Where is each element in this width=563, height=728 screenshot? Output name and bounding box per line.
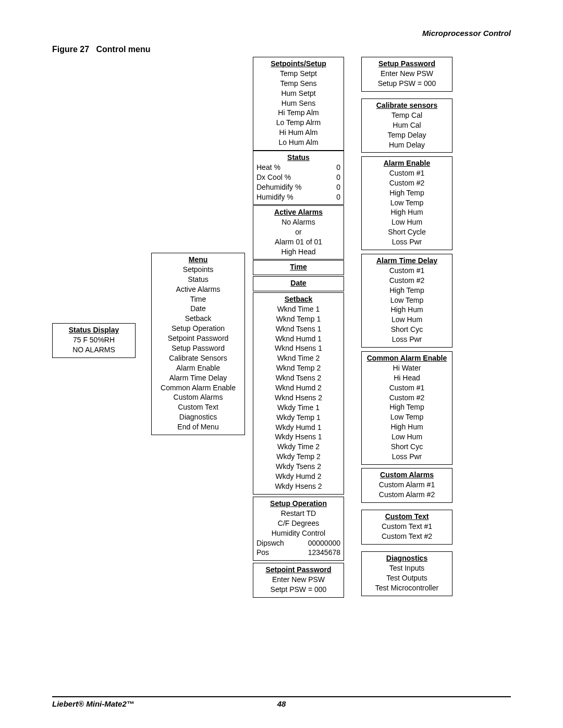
- status-row: Humidify %0: [256, 192, 340, 202]
- status-label: Humidify %: [256, 192, 293, 202]
- list-item: Wkdy Temp 2: [256, 452, 340, 462]
- menu-item: Active Alarms: [155, 285, 241, 294]
- status-display-title: Status Display: [56, 325, 132, 335]
- list-item: Custom #2: [365, 276, 449, 286]
- list-item: Test Outputs: [365, 573, 449, 583]
- list-item: Wkdy Temp 1: [256, 413, 340, 423]
- menu-item: Diagnostics: [155, 412, 241, 422]
- status-row: Dx Cool %0: [256, 172, 340, 182]
- list-item: Wkdy Hsens 2: [256, 482, 340, 491]
- list-item: Wknd Humd 1: [256, 334, 340, 344]
- status-display-line: 75 F 50%RH: [56, 335, 132, 345]
- setpoints-setup-box: Setpoints/Setup Temp Setpt Temp Sens Hum…: [253, 57, 344, 151]
- status-label: Dx Cool %: [256, 172, 291, 182]
- setup-operation-box: Setup Operation Restart TD C/F Degrees H…: [253, 497, 344, 561]
- setback-box: Setback Wknd Time 1 Wknd Temp 1 Wknd Tse…: [253, 292, 344, 495]
- list-item: High Temp: [365, 402, 449, 412]
- box-title: Status: [256, 153, 340, 163]
- list-item: Wkdy Hsens 1: [256, 432, 340, 442]
- custom-alarms-box: Custom Alarms Custom Alarm #1 Custom Ala…: [361, 468, 452, 503]
- box-title: Common Alarm Enable: [365, 353, 449, 363]
- status-row: Heat %0: [256, 163, 340, 172]
- menu-item: Date: [155, 304, 241, 314]
- list-item: Custom Alarm #1: [365, 480, 449, 490]
- list-item: Short Cycle: [365, 227, 449, 237]
- menu-item: Common Alarm Enable: [155, 383, 241, 393]
- list-item: Wkdy Tsens 2: [256, 462, 340, 472]
- list-item: High Head: [256, 247, 340, 257]
- list-item: Test Inputs: [365, 563, 449, 573]
- menu-item: Setup Operation: [155, 324, 241, 334]
- list-item: Loss Pwr: [365, 452, 449, 462]
- list-item: Low Temp: [365, 295, 449, 305]
- list-item: Custom Alarm #2: [365, 490, 449, 500]
- menu-item: Alarm Enable: [155, 363, 241, 373]
- list-item: Custom #2: [365, 178, 449, 188]
- list-item: Temp Setpt: [256, 69, 340, 79]
- row-value: 12345678: [308, 548, 340, 558]
- list-item: Wknd Humd 2: [256, 383, 340, 393]
- page: Microprocessor Control Figure 27 Control…: [0, 0, 563, 728]
- list-item: Wknd Hsens 2: [256, 393, 340, 403]
- box-title: Alarm Time Delay: [365, 256, 449, 266]
- setpoint-password-box: Setpoint Password Enter New PSW Setpt PS…: [253, 563, 344, 598]
- list-item: Low Hum: [365, 217, 449, 227]
- list-item: Wkdy Humd 2: [256, 472, 340, 482]
- menu-item: Alarm Time Delay: [155, 373, 241, 383]
- menu-item: Time: [155, 294, 241, 304]
- list-item: No Alarms: [256, 217, 340, 227]
- figure-title: Figure 27 Control menu: [52, 45, 150, 54]
- diagnostics-box: Diagnostics Test Inputs Test Outputs Tes…: [361, 551, 452, 596]
- status-label: Heat %: [256, 163, 280, 172]
- status-value: 0: [336, 182, 340, 192]
- status-label: Dehumidify %: [256, 182, 301, 192]
- setup-password-box: Setup Password Enter New PSW Setup PSW =…: [361, 57, 452, 92]
- list-item: Wkdy Humd 1: [256, 423, 340, 433]
- box-title: Date: [256, 278, 340, 288]
- menu-item: End of Menu: [155, 422, 241, 432]
- list-item: Hi Head: [365, 373, 449, 383]
- box-title: Custom Alarms: [365, 470, 449, 480]
- status-value: 0: [336, 172, 340, 182]
- list-item: Test Microcontroller: [365, 583, 449, 593]
- list-item: Custom #1: [365, 383, 449, 393]
- menu-item: Calibrate Sensors: [155, 353, 241, 363]
- list-item: Hum Delay: [365, 140, 449, 150]
- list-item: Loss Pwr: [365, 237, 449, 247]
- list-item: Temp Sens: [256, 79, 340, 89]
- menu-item: Custom Text: [155, 402, 241, 412]
- list-item: High Hum: [365, 207, 449, 217]
- list-item: Low Temp: [365, 198, 449, 208]
- time-box: Time: [253, 260, 344, 275]
- list-item: Short Cyc: [365, 325, 449, 335]
- status-display-line: NO ALARMS: [56, 345, 132, 355]
- list-item: Setup PSW = 000: [365, 79, 449, 89]
- box-title: Active Alarms: [256, 207, 340, 217]
- list-item: Low Hum: [365, 315, 449, 325]
- menu-item: Setpoints: [155, 265, 241, 275]
- list-item: C/F Degrees: [256, 519, 340, 528]
- figure-number: Figure 27: [52, 45, 89, 54]
- box-title: Calibrate sensors: [365, 101, 449, 110]
- list-item: Custom Text #1: [365, 522, 449, 532]
- list-item: Wknd Hsens 1: [256, 343, 340, 353]
- setup-row: Dipswch00000000: [256, 538, 340, 548]
- list-item: Wkdy Time 1: [256, 403, 340, 413]
- list-item: Wknd Temp 2: [256, 363, 340, 373]
- box-title: Setup Password: [365, 59, 449, 69]
- menu-title: Menu: [155, 255, 241, 265]
- list-item: Custom #1: [365, 168, 449, 178]
- list-item: Hum Setpt: [256, 89, 340, 98]
- list-item: Temp Cal: [365, 110, 449, 120]
- list-item: Enter New PSW: [365, 69, 449, 79]
- row-label: Dipswch: [256, 538, 284, 548]
- status-value: 0: [336, 192, 340, 202]
- list-item: High Temp: [365, 286, 449, 295]
- common-alarm-enable-box: Common Alarm Enable Hi Water Hi Head Cus…: [361, 351, 452, 465]
- list-item: High Hum: [365, 305, 449, 315]
- calibrate-sensors-box: Calibrate sensors Temp Cal Hum Cal Temp …: [361, 98, 452, 153]
- list-item: Low Temp: [365, 412, 449, 422]
- alarm-enable-box: Alarm Enable Custom #1 Custom #2 High Te…: [361, 156, 452, 250]
- list-item: Wknd Time 2: [256, 353, 340, 363]
- list-item: Wknd Temp 1: [256, 314, 340, 324]
